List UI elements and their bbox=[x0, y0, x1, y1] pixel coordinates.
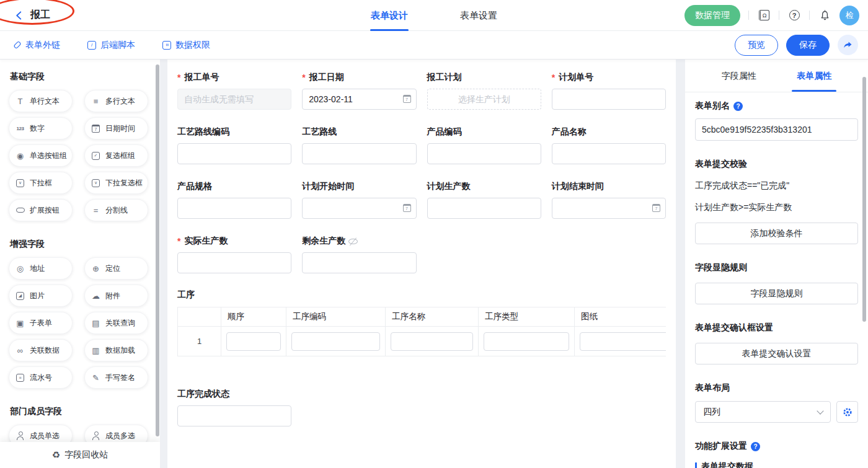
add-validation-button[interactable]: 添加校验条件 bbox=[695, 223, 858, 244]
field-plan-start-time[interactable]: 计划开始时间 bbox=[302, 181, 416, 219]
field-product-spec[interactable]: 产品规格 bbox=[177, 181, 291, 219]
field-plan-no[interactable]: 计划单号 bbox=[552, 72, 666, 110]
calendar-icon[interactable] bbox=[403, 204, 411, 212]
route-code-input[interactable] bbox=[177, 143, 291, 164]
help-badge-icon[interactable] bbox=[751, 442, 760, 451]
submit-confirm-button[interactable]: 表单提交确认设置 bbox=[695, 343, 858, 364]
sidebar-scrollbar[interactable] bbox=[156, 64, 159, 436]
form-alias-input[interactable] bbox=[695, 118, 858, 141]
plan-qty-input[interactable] bbox=[427, 198, 541, 219]
field-product-code[interactable]: 产品编码 bbox=[427, 126, 541, 164]
share-arrow-icon bbox=[843, 40, 853, 50]
subform-process[interactable]: 工序 顺序 工序编码 工序名称 工序类型 图纸 1 bbox=[177, 289, 666, 356]
tab-form-properties[interactable]: 表单属性 bbox=[797, 60, 831, 92]
col-order: 顺序 bbox=[221, 307, 286, 327]
field-route-code[interactable]: 工艺路线编码 bbox=[177, 126, 291, 164]
process-status-input[interactable] bbox=[177, 405, 291, 426]
data-permission-link[interactable]: ≡ 数据权限 bbox=[162, 40, 210, 51]
sidebar-item-number[interactable]: 123数字 bbox=[9, 117, 73, 139]
script-icon: / bbox=[87, 41, 96, 50]
row-index: 1 bbox=[178, 327, 221, 356]
field-report-plan[interactable]: 报工计划 bbox=[427, 72, 541, 110]
sidebar-item-single-text[interactable]: T单行文本 bbox=[9, 90, 73, 112]
sidebar-item-address[interactable]: ◎地址 bbox=[9, 257, 73, 280]
paperclip-icon bbox=[13, 41, 21, 49]
sidebar-item-attachment[interactable]: ☁附件 bbox=[84, 285, 148, 307]
visibility-rules-button[interactable]: 字段显隐规则 bbox=[695, 283, 858, 304]
sidebar-item-checkbox-group[interactable]: ✓复选框组 bbox=[84, 144, 148, 167]
col-process-type: 工序类型 bbox=[479, 307, 575, 327]
contacts-icon[interactable]: Ω bbox=[757, 9, 771, 22]
sidebar-item-radio-group[interactable]: ◉单选按钮组 bbox=[9, 144, 73, 167]
field-route[interactable]: 工艺路线 bbox=[302, 126, 416, 164]
validation-rule: 计划生产数>=实际生产数 bbox=[695, 202, 858, 213]
single-text-icon: T bbox=[15, 97, 25, 106]
sidebar-item-relation-data[interactable]: ∞关联数据 bbox=[9, 339, 73, 361]
sidebar-item-image[interactable]: ◢图片 bbox=[9, 285, 73, 307]
field-report-no[interactable]: 报工单号 bbox=[177, 72, 291, 110]
actual-qty-input[interactable] bbox=[177, 252, 291, 273]
col-process-code: 工序编码 bbox=[286, 307, 386, 327]
field-product-name[interactable]: 产品名称 bbox=[552, 126, 666, 164]
sidebar-item-relation-query[interactable]: ▤关联查询 bbox=[84, 312, 148, 334]
field-plan-end-time[interactable]: 计划结束时间 bbox=[552, 181, 666, 219]
calendar-icon[interactable] bbox=[403, 95, 411, 103]
product-name-input[interactable] bbox=[552, 143, 666, 164]
divider bbox=[748, 11, 749, 20]
product-spec-input[interactable] bbox=[177, 198, 291, 219]
eye-slash-icon bbox=[348, 239, 358, 244]
product-code-input[interactable] bbox=[427, 143, 541, 164]
sidebar-item-multi-text[interactable]: ≡多行文本 bbox=[84, 90, 148, 112]
sidebar-item-subform[interactable]: ▣子表单 bbox=[9, 312, 73, 334]
process-type-cell-input[interactable] bbox=[484, 332, 569, 351]
sidebar-item-multi-select[interactable]: ∨下拉复选框 bbox=[84, 172, 148, 194]
field-recycle-bin[interactable]: ♻ 字段回收站 bbox=[0, 442, 160, 468]
panel-tabs: 字段属性 表单属性 bbox=[685, 60, 868, 92]
sidebar-item-serial-number[interactable]: ≡流水号 bbox=[9, 366, 73, 389]
calendar-icon[interactable] bbox=[652, 204, 660, 212]
field-report-date[interactable]: 报工日期 bbox=[302, 72, 416, 110]
panel-scrollbar[interactable] bbox=[862, 77, 866, 322]
sidebar-item-data-load[interactable]: ▥数据加载 bbox=[84, 339, 148, 361]
drawing-cell-input[interactable] bbox=[580, 332, 666, 351]
sidebar-item-select[interactable]: ∨下拉框 bbox=[9, 172, 73, 194]
backend-script-link[interactable]: / 后端脚本 bbox=[87, 40, 135, 51]
sidebar-item-datetime[interactable]: 日期时间 bbox=[84, 117, 148, 139]
sidebar-item-location[interactable]: ⊕定位 bbox=[84, 257, 148, 280]
form-external-link[interactable]: 表单外链 bbox=[14, 40, 60, 51]
field-process-status[interactable]: 工序完成状态 bbox=[177, 389, 291, 426]
layout-settings-button[interactable] bbox=[836, 401, 858, 423]
field-plan-qty[interactable]: 计划生产数 bbox=[427, 181, 541, 219]
order-cell-input[interactable] bbox=[226, 332, 281, 351]
help-icon[interactable]: ? bbox=[787, 9, 801, 22]
toolbar-links: 表单外链 / 后端脚本 ≡ 数据权限 bbox=[0, 40, 210, 51]
tab-form-design[interactable]: 表单设计 bbox=[371, 0, 408, 31]
properties-panel: 字段属性 表单属性 表单别名 表单提交校验 工序完成状态=="已完成" 计划生产… bbox=[685, 60, 868, 468]
remaining-qty-input[interactable] bbox=[302, 252, 416, 273]
sidebar-item-signature[interactable]: ✎手写签名 bbox=[84, 366, 148, 389]
report-date-input[interactable] bbox=[302, 89, 416, 110]
sidebar-item-extend-button[interactable]: 扩展按钮 bbox=[9, 199, 73, 221]
plan-end-input[interactable] bbox=[552, 198, 666, 219]
field-actual-qty[interactable]: 实际生产数 bbox=[177, 236, 291, 273]
process-code-cell-input[interactable] bbox=[291, 332, 380, 351]
preview-button[interactable]: 预览 bbox=[735, 35, 778, 56]
person-icon bbox=[15, 431, 25, 440]
route-input[interactable] bbox=[302, 143, 416, 164]
tab-form-settings[interactable]: 表单设置 bbox=[460, 0, 497, 31]
field-remaining-qty[interactable]: 剩余生产数 bbox=[302, 236, 416, 273]
save-button[interactable]: 保存 bbox=[786, 35, 830, 56]
divider bbox=[809, 11, 810, 20]
help-badge-icon[interactable] bbox=[733, 102, 743, 111]
notification-bell-icon[interactable] bbox=[818, 9, 831, 22]
plan-start-input[interactable] bbox=[302, 198, 416, 219]
tab-field-properties[interactable]: 字段属性 bbox=[722, 60, 756, 92]
process-name-cell-input[interactable] bbox=[391, 332, 473, 351]
layout-select[interactable]: 四列 bbox=[695, 401, 831, 423]
user-avatar[interactable]: 检 bbox=[839, 6, 859, 25]
report-plan-input[interactable] bbox=[427, 89, 541, 110]
data-manage-button[interactable]: 数据管理 bbox=[684, 5, 740, 26]
share-button[interactable] bbox=[838, 35, 858, 55]
sidebar-item-divider[interactable]: =分割线 bbox=[84, 199, 148, 221]
plan-no-input[interactable] bbox=[552, 89, 666, 110]
